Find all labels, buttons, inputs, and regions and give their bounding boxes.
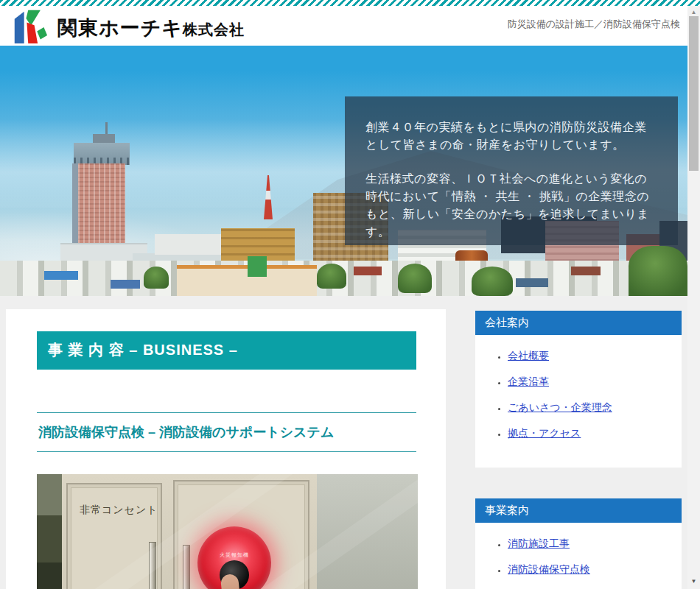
hero-banner: 創業４０年の実績をもとに県内の消防防災設備企業として皆さまの命・財産をお守りして… [0, 46, 687, 296]
main-content: 事 業 内 容 – BUSINESS – 消防設備保守点検 – 消防設備のサポー… [6, 309, 446, 589]
link-company-history[interactable]: 企業沿革 [508, 375, 549, 387]
link-greeting-philosophy[interactable]: ごあいさつ・企業理念 [508, 401, 612, 413]
fire-alarm-label: 火災報知機 [197, 551, 271, 559]
house-roof [44, 271, 78, 280]
house-roof [354, 267, 382, 275]
scroll-up-icon[interactable]: ▲ [687, 9, 700, 15]
list-item: 会社概要 [508, 350, 674, 363]
list-item: 拠点・アクセス [508, 427, 674, 440]
list-item: 消防施設工事 [508, 537, 674, 551]
sidebar-widget-business: 事業案内 消防施設工事 消防設備保守点検 [475, 498, 682, 589]
house-roof [111, 280, 140, 289]
building [248, 256, 267, 277]
house-roof [516, 278, 548, 287]
header-striped-border [0, 0, 700, 6]
company-name[interactable]: 関東ホーチキ株式会社 [57, 15, 245, 41]
link-fire-facility-construction[interactable]: 消防施設工事 [508, 537, 570, 549]
company-name-suffix: 株式会社 [183, 21, 245, 38]
tree [398, 264, 432, 293]
header-tagline: 防災設備の設計施工／消防設備保守点検 [508, 18, 680, 31]
widget-title-company: 会社案内 [475, 311, 682, 335]
link-fire-equipment-inspection[interactable]: 消防設備保守点検 [508, 563, 590, 575]
list-item: ごあいさつ・企業理念 [508, 401, 674, 415]
emergency-outlet-label: 非常コンセント [80, 504, 158, 517]
scrollbar-thumb[interactable] [689, 16, 699, 171]
list-item: 消防設備保守点検 [508, 563, 674, 576]
vertical-scrollbar[interactable]: ▲ ▼ [687, 6, 700, 589]
section-title-business: 事 業 内 容 – BUSINESS – [37, 331, 416, 370]
tree [629, 246, 687, 296]
tree [472, 267, 513, 296]
tree [144, 267, 169, 289]
fire-alarm-photo: 非常コンセント 火災報知機 [37, 474, 418, 589]
site-header: 関東ホーチキ株式会社 防災設備の設計施工／消防設備保守点検 [0, 6, 687, 46]
business-link-list: 消防施設工事 消防設備保守点検 [475, 537, 674, 576]
tower-top [74, 143, 130, 165]
building [177, 265, 317, 296]
link-company-overview[interactable]: 会社概要 [508, 350, 549, 361]
house-roof [571, 267, 601, 275]
hero-message-paragraph-2: 生活様式の変容、ＩＯＴ社会への進化という変化の時代において「情熱 ・ 共生 ・ … [365, 170, 657, 241]
sidebar-widget-company: 会社案内 会社概要 企業沿革 ごあいさつ・企業理念 拠点・アクセス [475, 311, 682, 468]
widget-title-business: 事業案内 [475, 498, 682, 523]
tree [317, 264, 346, 289]
webpage: 関東ホーチキ株式会社 防災設備の設計施工／消防設備保守点検 [0, 0, 687, 589]
company-name-main: 関東ホーチキ [57, 17, 183, 39]
hero-message-box: 創業４０年の実績をもとに県内の消防防災設備企業として皆さまの命・財産をお守りして… [345, 96, 678, 245]
link-locations-access[interactable]: 拠点・アクセス [508, 427, 581, 439]
hero-message-paragraph-1: 創業４０年の実績をもとに県内の消防防災設備企業として皆さまの命・財産をお守りして… [365, 119, 657, 154]
content-area: 事 業 内 容 – BUSINESS – 消防設備保守点検 – 消防設備のサポー… [0, 296, 687, 589]
door-handle [183, 545, 190, 589]
scroll-down-icon[interactable]: ▼ [687, 578, 700, 585]
photo-dark-wall [37, 474, 62, 589]
company-logo-k-icon[interactable] [9, 9, 52, 44]
list-item: 企業沿革 [508, 375, 674, 389]
subsection-title-maintenance: 消防設備保守点検 – 消防設備のサポートシステム [37, 412, 416, 452]
tower-antenna-platform [93, 134, 115, 143]
company-link-list: 会社概要 企業沿革 ごあいさつ・企業理念 拠点・アクセス [475, 350, 674, 440]
tower-body [78, 163, 125, 246]
